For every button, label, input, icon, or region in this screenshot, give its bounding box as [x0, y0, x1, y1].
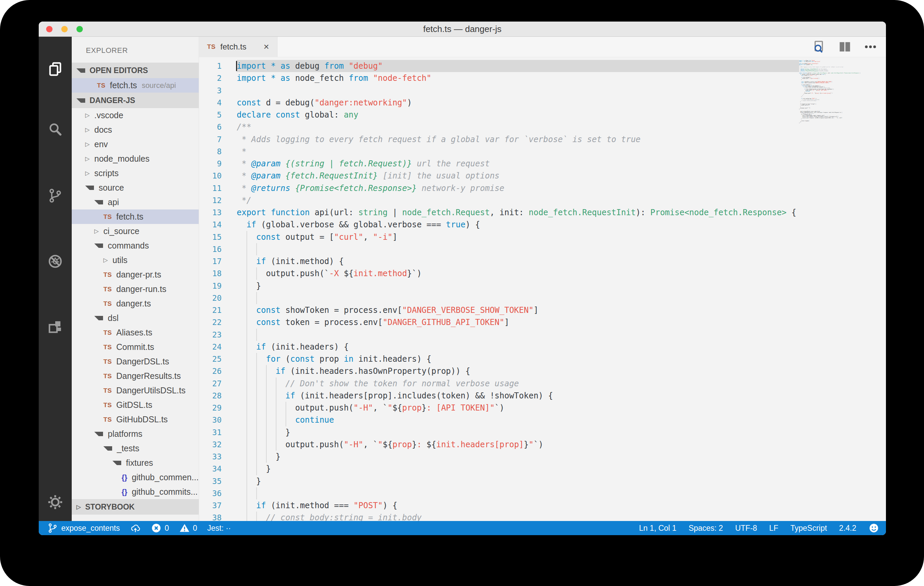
code-line[interactable]: 3: [199, 84, 886, 97]
tree-item-_tests[interactable]: _tests: [72, 441, 199, 456]
activitybar-item-settings-gear[interactable]: [39, 487, 72, 518]
code-line[interactable]: 25 for (const prop in init.headers) {: [199, 353, 886, 365]
tree-item-fetch.ts[interactable]: TSfetch.ts: [72, 210, 199, 224]
code-line[interactable]: 18 output.push(`-X ${init.method}`): [199, 267, 886, 279]
more-actions-icon[interactable]: [864, 40, 877, 54]
tree-item-label: github_commits...: [132, 487, 198, 497]
tree-item-fixtures[interactable]: fixtures: [72, 456, 199, 470]
code-line[interactable]: 7 * Adds logging to every fetch request …: [199, 134, 886, 145]
code-line[interactable]: 31 }: [199, 426, 886, 439]
activitybar-item-debug[interactable]: [39, 246, 72, 277]
code-line[interactable]: 5declare const global: any: [199, 109, 886, 121]
code-line[interactable]: 28 if (init.headers[prop].includes(token…: [199, 390, 886, 402]
code-line[interactable]: 15 const output = ["curl", "-i"]: [199, 231, 886, 243]
statusbar-item-expose_contents[interactable]: expose_contents: [48, 523, 120, 533]
tree-item-scripts[interactable]: ▷scripts: [72, 166, 199, 180]
tree-item-GitDSL.ts[interactable]: TSGitDSL.ts: [72, 398, 199, 412]
code-line[interactable]: 16: [199, 243, 886, 255]
tree-item-danger.ts[interactable]: TSdanger.ts: [72, 296, 199, 311]
code-line[interactable]: 36: [199, 487, 886, 499]
tree-item-DangerDSL.ts[interactable]: TSDangerDSL.ts: [72, 354, 199, 369]
code-line[interactable]: 24 if (init.headers) {: [199, 341, 886, 353]
code-line[interactable]: 9 * @param {(string | fetch.Request)} ur…: [199, 158, 886, 170]
tree-item-platforms[interactable]: platforms: [72, 427, 199, 441]
tree-item-dsl[interactable]: dsl: [72, 311, 199, 325]
tree-item-DangerResults.ts[interactable]: TSDangerResults.ts: [72, 369, 199, 383]
statusbar-item-2-4-2[interactable]: 2.4.2: [839, 524, 856, 533]
statusbar-item-typescript[interactable]: TypeScript: [790, 524, 827, 533]
tree-item-utils[interactable]: ▷utils: [72, 253, 199, 267]
tab-fetch-ts[interactable]: TS fetch.ts ×: [199, 37, 277, 57]
code-line[interactable]: 35 }: [199, 475, 886, 487]
code-line[interactable]: 32 output.push("-H", `"${prop}: ${init.h…: [199, 439, 886, 451]
tree-item-ci_source[interactable]: ▷ci_source: [72, 224, 199, 238]
section-storybook[interactable]: ▷STORYBOOK: [72, 499, 199, 515]
activitybar-item-files[interactable]: [39, 54, 72, 84]
code-line[interactable]: 13export function api(url: string | node…: [199, 206, 886, 219]
code-line[interactable]: 21 const showToken = process.env["DANGER…: [199, 304, 886, 316]
close-window-button[interactable]: [46, 26, 53, 32]
code-line[interactable]: 14 if (global.verbose && global.verbose …: [199, 219, 886, 231]
code-line[interactable]: 19 }: [199, 280, 886, 292]
activitybar-item-source-control[interactable]: [39, 180, 72, 211]
tree-item-github_commits...[interactable]: {}github_commits...: [72, 485, 199, 499]
statusbar-item-utf-8[interactable]: UTF-8: [735, 524, 757, 533]
code-line[interactable]: 20: [199, 292, 886, 304]
minimap[interactable]: import * as debug from "debug"import * a…: [799, 60, 886, 521]
code-line[interactable]: 33 }: [199, 451, 886, 463]
tree-item-api[interactable]: api: [72, 195, 199, 210]
line-number: 8: [199, 145, 221, 158]
titlebar[interactable]: fetch.ts — danger-js: [39, 21, 886, 37]
code-line[interactable]: 6/**: [199, 121, 886, 133]
tree-item-commands[interactable]: commands: [72, 238, 199, 253]
code-line[interactable]: 37 if (init.method === "POST") {: [199, 499, 886, 512]
code-line[interactable]: 12 */: [199, 194, 886, 206]
code-line[interactable]: 1import * as debug from "debug": [199, 60, 886, 72]
tree-item-env[interactable]: ▷env: [72, 137, 199, 152]
statusbar-item-cloud-upload[interactable]: [130, 523, 141, 533]
tree-item-danger-run.ts[interactable]: TSdanger-run.ts: [72, 282, 199, 296]
tree-item-GitHubDSL.ts[interactable]: TSGitHubDSL.ts: [72, 412, 199, 427]
code-line[interactable]: 2import * as node_fetch from "node-fetch…: [199, 72, 886, 84]
code-line[interactable]: 34 }: [199, 463, 886, 475]
split-editor-icon[interactable]: [838, 40, 851, 54]
code-line[interactable]: 26 if (init.headers.hasOwnProperty(prop)…: [199, 365, 886, 377]
section-danger-js[interactable]: DANGER-JS: [72, 92, 199, 108]
statusbar-item-smiley[interactable]: [868, 523, 879, 533]
close-tab-icon[interactable]: ×: [264, 41, 269, 52]
code-line[interactable]: 27 // Don't show the token for normal ve…: [199, 378, 886, 390]
tree-item-danger-pr.ts[interactable]: TSdanger-pr.ts: [72, 267, 199, 282]
statusbar-item-0[interactable]: 0: [151, 523, 169, 533]
tree-item-.vscode[interactable]: ▷.vscode: [72, 108, 199, 122]
code-line[interactable]: 30 continue: [199, 414, 886, 426]
statusbar-item-ln-1-col-1[interactable]: Ln 1, Col 1: [639, 524, 676, 533]
tree-item-Commit.ts[interactable]: TSCommit.ts: [72, 340, 199, 354]
code-line[interactable]: 38 // const body:string = init.body: [199, 512, 886, 521]
zoom-window-button[interactable]: [76, 26, 83, 32]
statusbar-item-jest-[interactable]: Jest: ··: [208, 524, 231, 533]
code-line[interactable]: 29 output.push("-H", `"${prop}: [API TOK…: [199, 402, 886, 414]
tree-item-Aliases.ts[interactable]: TSAliases.ts: [72, 325, 199, 340]
code-line[interactable]: 22 const token = process.env["DANGER_GIT…: [199, 316, 886, 328]
section-open-editors[interactable]: OPEN EDITORS: [72, 63, 199, 78]
code-line[interactable]: 23: [199, 329, 886, 341]
tree-item-DangerUtilsDSL.ts[interactable]: TSDangerUtilsDSL.ts: [72, 383, 199, 398]
code-line[interactable]: 17 if (init.method) {: [199, 255, 886, 267]
open-preview-icon[interactable]: [813, 40, 826, 54]
tree-item-source[interactable]: source: [72, 180, 199, 195]
tree-item-docs[interactable]: ▷docs: [72, 122, 199, 137]
code-line[interactable]: 11 * @returns {Promise<fetch.Response>} …: [199, 182, 886, 194]
tree-item-node_modules[interactable]: ▷node_modules: [72, 152, 199, 166]
open-editor-item-fetch.ts[interactable]: TSfetch.tssource/api: [72, 78, 199, 92]
statusbar-item-spaces-2[interactable]: Spaces: 2: [689, 524, 723, 533]
minimize-window-button[interactable]: [61, 26, 68, 32]
code-line[interactable]: 4const d = debug("danger:networking"): [199, 97, 886, 109]
code-line[interactable]: 10 * @param {fetch.RequestInit} [init] t…: [199, 170, 886, 182]
statusbar-item-0[interactable]: 0: [179, 523, 197, 533]
code-line[interactable]: 8 *: [199, 145, 886, 158]
activitybar-item-extensions[interactable]: [39, 312, 72, 343]
code-editor[interactable]: 1import * as debug from "debug"2import *…: [199, 57, 886, 521]
statusbar-item-lf[interactable]: LF: [769, 524, 778, 533]
tree-item-github_commen...[interactable]: {}github_commen...: [72, 470, 199, 485]
activitybar-item-search[interactable]: [39, 114, 72, 145]
